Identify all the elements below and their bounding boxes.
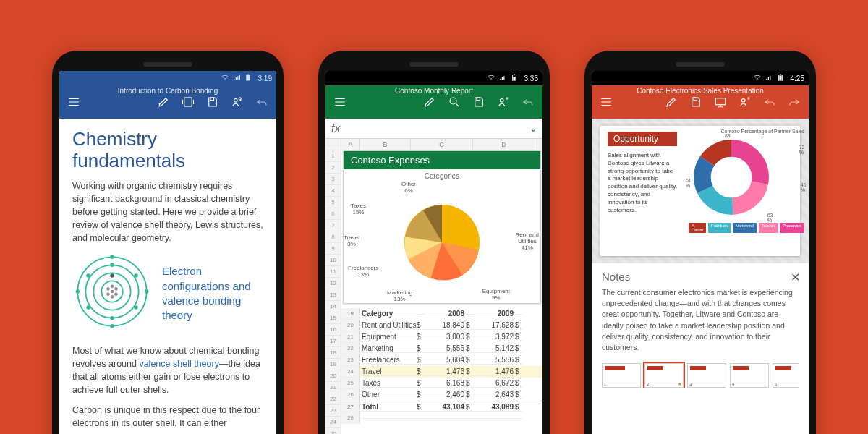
thumb-3[interactable]: 3: [687, 363, 726, 388]
signal-icon: [765, 74, 773, 82]
phone-speaker: [143, 62, 192, 67]
svg-point-33: [501, 99, 504, 103]
svg-point-19: [134, 306, 138, 310]
status-clock: 3:35: [524, 75, 538, 82]
pie-label: Rent andUtilities41%: [516, 232, 539, 251]
intro-paragraph: Working with organic chemistry requires …: [72, 179, 263, 245]
svg-rect-1: [247, 74, 249, 75]
pie-label: Taxes15%: [351, 203, 366, 216]
menu-button[interactable]: [67, 95, 81, 109]
row-numbers: 1234567891011121314151617181920212223242…: [326, 150, 341, 434]
notes-text: The current consumer electronics market …: [602, 287, 799, 353]
svg-rect-39: [715, 98, 726, 105]
close-icon[interactable]: ✕: [791, 271, 800, 284]
edit-icon[interactable]: [664, 95, 678, 109]
fx-label: fx: [331, 122, 340, 135]
menu-button[interactable]: [599, 95, 613, 109]
slide-chart-title: Contoso Percentage of Partner Sales: [689, 129, 805, 135]
svg-point-25: [111, 295, 114, 299]
formula-bar[interactable]: fx ⌄: [326, 119, 542, 139]
slide-body: Sales alignment with Contoso gives Litwa…: [608, 152, 677, 214]
present-icon[interactable]: [713, 95, 728, 109]
link-valence-shell[interactable]: valence shell theory: [139, 359, 218, 369]
pie-label: Marketing13%: [387, 290, 412, 303]
figure-caption: Electron configurations and valence bond…: [162, 264, 263, 323]
svg-point-26: [114, 293, 118, 297]
svg-point-4: [234, 99, 238, 103]
svg-point-18: [86, 306, 90, 310]
wifi-icon: [221, 74, 229, 82]
svg-point-13: [145, 290, 149, 294]
phone-excel: 3:35 Contoso Monthly Report fx ⌄ A BC: [318, 51, 550, 434]
share-icon[interactable]: [496, 95, 511, 109]
save-icon[interactable]: [205, 95, 220, 109]
menu-button[interactable]: [333, 95, 347, 109]
heading: Chemistry fundamentals: [72, 129, 263, 172]
svg-point-24: [106, 293, 110, 297]
svg-rect-0: [246, 75, 250, 81]
pie-label: Travel3%: [344, 235, 359, 248]
column-headers: A BC D: [326, 139, 542, 150]
svg-rect-29: [513, 77, 515, 80]
status-bar: 4:25: [592, 71, 809, 85]
donut-chart: 88 72% 46% 63% 61%: [689, 135, 805, 221]
save-icon[interactable]: [689, 95, 703, 109]
share-icon[interactable]: [230, 95, 244, 109]
svg-rect-38: [694, 98, 697, 101]
doc-title: Contoso Electronics Sales Presentation: [592, 87, 809, 95]
svg-point-15: [110, 316, 114, 320]
doc-title: Introduction to Carbon Bonding: [59, 87, 276, 95]
undo-icon[interactable]: [255, 95, 269, 109]
svg-rect-37: [780, 74, 781, 75]
signal-icon: [232, 74, 241, 82]
svg-point-12: [76, 290, 80, 294]
svg-rect-30: [514, 74, 515, 75]
svg-rect-36: [779, 76, 781, 80]
thumb-4[interactable]: 4: [730, 363, 769, 388]
notes-heading: Notes: [602, 271, 799, 283]
paragraph-2: Most of what we know about chemical bond…: [72, 344, 263, 397]
svg-point-21: [106, 287, 110, 291]
thumb-2[interactable]: 2★: [644, 363, 684, 388]
svg-point-27: [111, 290, 114, 294]
edit-icon[interactable]: [156, 95, 171, 109]
battery-icon: [776, 74, 785, 82]
chevron-down-icon[interactable]: ⌄: [529, 124, 537, 134]
spreadsheet[interactable]: A BC D 123456789101112131415161718192021…: [326, 139, 542, 434]
save-icon[interactable]: [472, 95, 486, 109]
thumb-1[interactable]: 1: [602, 363, 641, 388]
word-document[interactable]: Chemistry fundamentals Working with orga…: [59, 119, 276, 434]
battery-icon: [244, 74, 252, 82]
pie-label: Freelancers13%: [348, 265, 378, 278]
word-toolbar: Introduction to Carbon Bonding: [59, 85, 276, 119]
svg-point-46: [716, 161, 746, 192]
chart-legend: A. Datum Fabrikam Northwind Tailspin Pro…: [689, 223, 805, 233]
svg-rect-32: [477, 98, 480, 101]
read-mode-icon[interactable]: [181, 95, 195, 109]
slide-title: Opportunity: [608, 132, 677, 146]
notes-panel[interactable]: ✕ Notes The current consumer electronics…: [592, 263, 809, 434]
undo-icon[interactable]: [762, 95, 777, 109]
status-clock: 4:25: [791, 75, 804, 82]
phone-speaker: [676, 62, 725, 67]
svg-point-22: [111, 285, 114, 289]
share-icon[interactable]: [738, 95, 752, 109]
svg-point-5: [239, 98, 241, 100]
status-clock: 3:19: [258, 75, 272, 82]
svg-rect-2: [184, 98, 192, 106]
phone-speaker: [409, 62, 459, 67]
redo-icon[interactable]: [787, 95, 801, 109]
search-icon[interactable]: [447, 95, 461, 109]
svg-point-16: [86, 274, 90, 278]
svg-point-31: [450, 98, 456, 104]
edit-icon[interactable]: [422, 95, 437, 109]
slide-stage[interactable]: Opportunity Sales alignment with Contoso…: [592, 119, 809, 263]
excel-toolbar: Contoso Monthly Report: [326, 85, 542, 119]
ppt-toolbar: Contoso Electronics Sales Presentation: [592, 85, 809, 119]
undo-icon[interactable]: [521, 95, 535, 109]
embedded-chart[interactable]: Contoso Expenses Categories: [343, 150, 541, 304]
pie-label: Equipment9%: [482, 289, 510, 302]
phone-word: 3:19 Introduction to Carbon Bonding Chem…: [52, 51, 284, 434]
data-table[interactable]: 19Category2008200920Rent and Utilities$1…: [341, 308, 542, 424]
thumb-5[interactable]: 5: [773, 363, 799, 388]
